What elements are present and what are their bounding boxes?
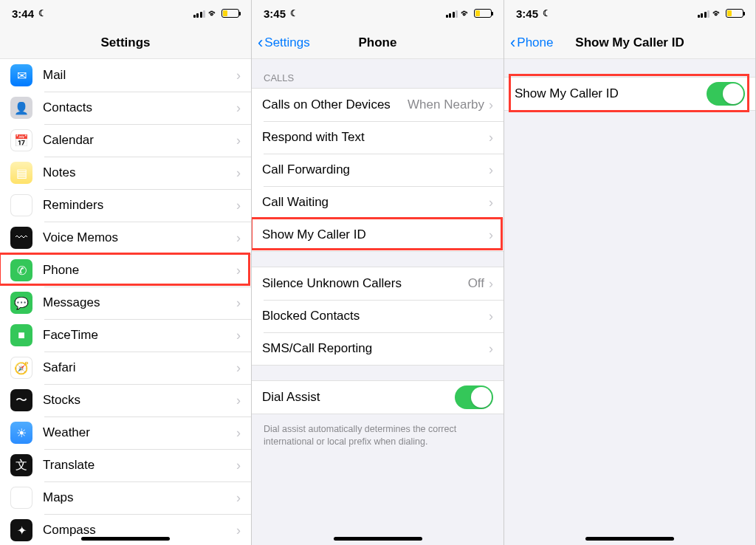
other-row[interactable]: Silence Unknown CallersOff›	[252, 267, 504, 300]
settings-row-calendar[interactable]: 📅Calendar›	[0, 124, 251, 157]
chevron-right-icon: ›	[489, 341, 493, 357]
chevron-right-icon: ›	[236, 165, 241, 181]
chevron-right-icon: ›	[489, 195, 493, 210]
chevron-right-icon: ›	[489, 309, 493, 324]
nav-bar: ‹ Settings Phone	[252, 27, 504, 59]
chevron-right-icon: ›	[236, 263, 241, 278]
do-not-disturb-icon: ☾	[543, 8, 551, 18]
row-label: Reminders	[43, 198, 236, 213]
dial-assist-label: Dial Assist	[262, 390, 455, 405]
chevron-right-icon: ›	[236, 100, 241, 116]
home-indicator	[81, 537, 170, 541]
settings-row-mail[interactable]: ✉Mail›	[0, 59, 251, 92]
settings-list: ✉Mail›👤Contacts›📅Calendar›▤Notes›⋮Remind…	[0, 59, 251, 545]
back-button[interactable]: ‹ Settings	[258, 35, 310, 51]
row-label: Blocked Contacts	[262, 309, 489, 323]
calls-row[interactable]: Show My Caller ID›	[252, 219, 504, 251]
dial-assist-row[interactable]: Dial Assist	[252, 381, 504, 414]
row-label: Call Waiting	[262, 195, 489, 210]
notes-icon: ▤	[10, 162, 32, 184]
calls-section-header: CALLS	[252, 59, 504, 88]
mail-icon: ✉	[10, 64, 32, 86]
calls-row[interactable]: Call Waiting›	[252, 186, 504, 219]
chevron-right-icon: ›	[489, 227, 493, 243]
row-label: Compass	[43, 523, 236, 538]
chevron-right-icon: ›	[236, 523, 241, 538]
row-label: Phone	[43, 263, 236, 278]
row-label: Call Forwarding	[262, 162, 489, 177]
chevron-left-icon: ‹	[258, 35, 263, 51]
chevron-right-icon: ›	[489, 97, 493, 113]
chevron-right-icon: ›	[236, 295, 241, 311]
settings-row-stocks[interactable]: 〜Stocks›	[0, 384, 251, 417]
chevron-right-icon: ›	[236, 68, 241, 83]
row-label: Respond with Text	[262, 130, 489, 145]
settings-row-maps[interactable]: 🗺Maps›	[0, 481, 251, 514]
dial-assist-note: Dial assist automatically determines the…	[252, 417, 504, 457]
page-title: Phone	[359, 35, 397, 50]
back-button[interactable]: ‹ Phone	[510, 35, 554, 51]
settings-row-voice[interactable]: 〰Voice Memos›	[0, 222, 251, 254]
chevron-right-icon: ›	[489, 162, 493, 178]
page-title: Settings	[100, 35, 150, 50]
stocks-icon: 〜	[10, 389, 32, 411]
phone-icon: ✆	[10, 259, 32, 281]
other-group: Silence Unknown CallersOff›Blocked Conta…	[252, 267, 504, 366]
maps-icon: 🗺	[10, 487, 32, 509]
translate-icon: 文	[10, 454, 32, 476]
calendar-icon: 📅	[10, 129, 32, 151]
settings-row-messages[interactable]: 💬Messages›	[0, 287, 251, 319]
caller-id-group: Show My Caller ID	[504, 77, 755, 111]
compass-icon: ✦	[10, 519, 32, 541]
battery-icon	[726, 9, 743, 18]
settings-row-reminders[interactable]: ⋮Reminders›	[0, 189, 251, 222]
battery-icon	[221, 9, 239, 18]
row-label: Weather	[43, 425, 236, 440]
weather-icon: ☀	[10, 422, 32, 444]
nav-bar: ‹ Phone Show My Caller ID	[504, 27, 755, 59]
do-not-disturb-icon: ☾	[38, 8, 47, 18]
settings-row-safari[interactable]: 🧭Safari›	[0, 352, 251, 384]
settings-row-translate[interactable]: 文Translate›	[0, 449, 251, 481]
calls-group: Calls on Other DevicesWhen Nearby›Respon…	[252, 88, 504, 252]
other-row[interactable]: Blocked Contacts›	[252, 300, 504, 332]
row-label: FaceTime	[43, 328, 236, 343]
chevron-right-icon: ›	[236, 458, 241, 473]
chevron-right-icon: ›	[236, 490, 241, 506]
chevron-right-icon: ›	[236, 328, 241, 343]
show-caller-id-label: Show My Caller ID	[515, 86, 707, 101]
row-detail: Off	[468, 276, 484, 291]
back-label: Phone	[517, 35, 553, 50]
status-time: 3:44	[12, 7, 34, 20]
settings-row-phone[interactable]: ✆Phone›	[0, 254, 251, 287]
row-detail: When Nearby	[408, 97, 484, 112]
dial-assist-toggle[interactable]	[455, 385, 493, 409]
back-label: Settings	[264, 35, 309, 50]
chevron-right-icon: ›	[236, 360, 241, 376]
wifi-icon: ᯤ	[461, 7, 471, 19]
chevron-left-icon: ‹	[510, 35, 515, 51]
settings-row-contacts[interactable]: 👤Contacts›	[0, 92, 251, 124]
chevron-right-icon: ›	[236, 133, 241, 148]
status-time: 3:45	[516, 7, 538, 20]
show-caller-id-toggle[interactable]	[707, 82, 745, 106]
row-label: Messages	[43, 295, 236, 310]
chevron-right-icon: ›	[236, 198, 241, 213]
settings-row-notes[interactable]: ▤Notes›	[0, 157, 251, 189]
do-not-disturb-icon: ☾	[290, 8, 298, 18]
settings-row-weather[interactable]: ☀Weather›	[0, 417, 251, 449]
status-bar: 3:45 ☾ ᯤ	[504, 0, 755, 27]
phone-settings-panel: 3:45 ☾ ᯤ ‹ Settings Phone CALLS Calls on…	[252, 0, 504, 545]
calls-row[interactable]: Calls on Other DevicesWhen Nearby›	[252, 89, 504, 121]
row-label: Safari	[43, 360, 236, 375]
cellular-signal-icon	[698, 10, 710, 18]
other-row[interactable]: SMS/Call Reporting›	[252, 332, 504, 365]
settings-row-facetime[interactable]: ■FaceTime›	[0, 319, 251, 352]
calls-row[interactable]: Respond with Text›	[252, 121, 504, 154]
safari-icon: 🧭	[10, 357, 32, 379]
nav-bar: Settings	[0, 27, 251, 59]
calls-row[interactable]: Call Forwarding›	[252, 154, 504, 186]
show-caller-id-row[interactable]: Show My Caller ID	[504, 78, 755, 110]
facetime-icon: ■	[10, 324, 32, 346]
row-label: Translate	[43, 458, 236, 473]
